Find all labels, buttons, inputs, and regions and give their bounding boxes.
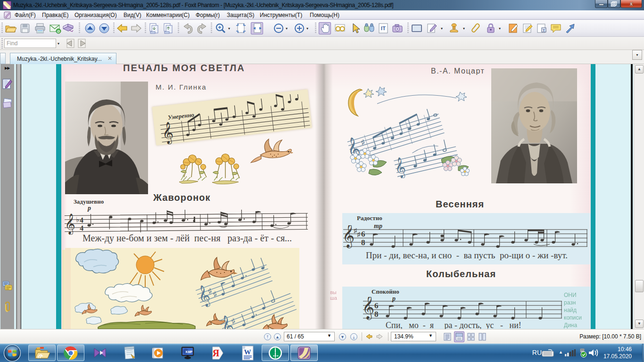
svg-text:𝄞: 𝄞 xyxy=(65,213,75,235)
svg-text:6: 6 xyxy=(374,301,379,310)
svg-text:8: 8 xyxy=(361,238,365,247)
svg-text:4: 4 xyxy=(80,224,83,232)
svg-text:𝄞: 𝄞 xyxy=(342,225,355,248)
svg-text:x: x xyxy=(630,0,633,7)
svg-text:@: @ xyxy=(57,30,60,33)
svg-text:𝄞: 𝄞 xyxy=(161,122,174,145)
svg-text:8: 8 xyxy=(374,310,379,319)
svg-text:4: 4 xyxy=(80,216,83,224)
svg-text:♭: ♭ xyxy=(76,216,79,223)
svg-text:♯: ♯ xyxy=(360,138,366,146)
svg-text:♯: ♯ xyxy=(357,231,361,238)
svg-text:𝄞: 𝄞 xyxy=(362,297,374,320)
svg-text:mp: mp xyxy=(178,144,186,146)
svg-text:6: 6 xyxy=(361,230,365,239)
svg-text:T: T xyxy=(543,28,545,33)
svg-text:Я: Я xyxy=(213,348,220,358)
svg-text:W: W xyxy=(244,348,251,356)
svg-text:IT: IT xyxy=(381,25,386,31)
svg-text:KMP: KMP xyxy=(186,350,193,354)
